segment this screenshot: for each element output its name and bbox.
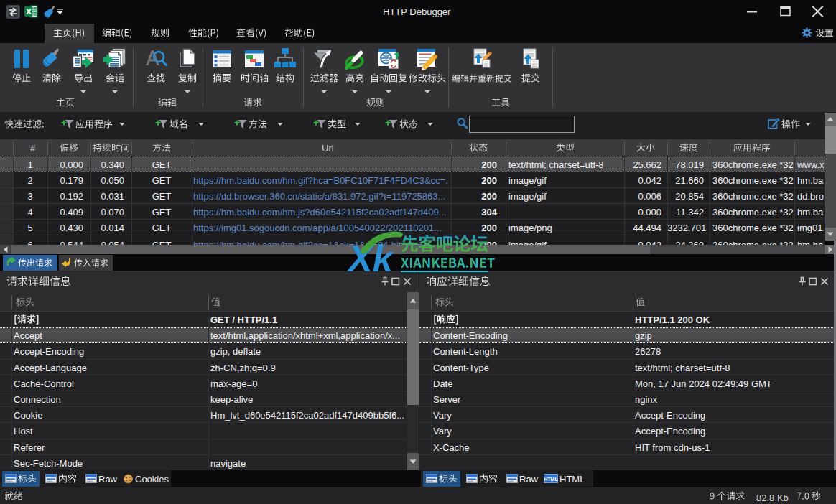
svg-text:HTML: HTML	[544, 477, 558, 482]
